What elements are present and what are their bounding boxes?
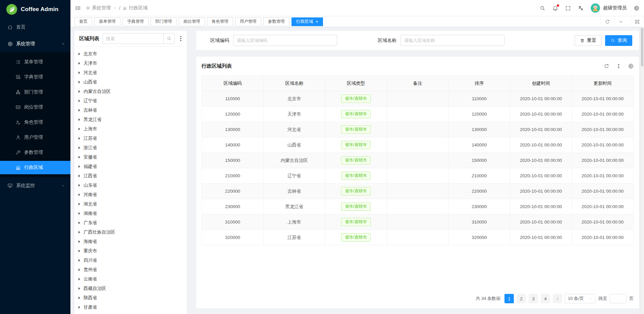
refresh-icon[interactable] bbox=[600, 16, 614, 27]
menu-fold-icon[interactable] bbox=[75, 5, 81, 11]
caret-right-icon[interactable] bbox=[78, 165, 80, 168]
tree-search-input[interactable] bbox=[103, 34, 163, 44]
caret-right-icon[interactable] bbox=[78, 250, 80, 252]
tree-item[interactable]: 山东省 bbox=[76, 181, 187, 190]
tree-item[interactable]: 辽宁省 bbox=[76, 96, 187, 106]
translate-icon[interactable] bbox=[578, 5, 584, 11]
caret-right-icon[interactable] bbox=[78, 306, 80, 309]
sidebar-item-param-mgmt[interactable]: 参数管理 bbox=[0, 146, 70, 159]
caret-right-icon[interactable] bbox=[78, 53, 80, 55]
sidebar-item-system[interactable]: 系统管理 bbox=[0, 37, 70, 51]
tab[interactable]: 岗位管理 × bbox=[179, 17, 205, 26]
caret-right-icon[interactable] bbox=[78, 212, 80, 215]
tree-item[interactable]: 四川省 bbox=[76, 256, 187, 265]
column-settings-gear-icon[interactable] bbox=[628, 63, 634, 69]
sidebar-item-dept-mgmt[interactable]: 部门管理 bbox=[0, 85, 70, 99]
caret-right-icon[interactable] bbox=[78, 193, 80, 196]
search-icon[interactable] bbox=[540, 5, 545, 11]
tree-item[interactable]: 西藏自治区 bbox=[76, 284, 187, 293]
tab[interactable]: 行政区域 × bbox=[291, 17, 323, 26]
tree-search-button[interactable] bbox=[163, 34, 174, 44]
sidebar-item-admin-region[interactable]: 行政区域 bbox=[0, 161, 70, 174]
caret-right-icon[interactable] bbox=[78, 71, 80, 74]
row-density-icon[interactable] bbox=[616, 63, 622, 69]
notification-bell-icon[interactable] bbox=[552, 5, 558, 11]
tree-item[interactable]: 河北省 bbox=[76, 68, 187, 77]
tree-item[interactable]: 青海省 bbox=[76, 312, 187, 314]
tree-item[interactable]: 贵州省 bbox=[76, 265, 187, 274]
tree-item[interactable]: 上海市 bbox=[76, 124, 187, 134]
next-page-button[interactable] bbox=[553, 294, 562, 303]
tree-item[interactable]: 广东省 bbox=[76, 218, 187, 228]
tree-item[interactable]: 江苏省 bbox=[76, 134, 187, 143]
tree-item[interactable]: 安徽省 bbox=[76, 152, 187, 162]
caret-right-icon[interactable] bbox=[78, 278, 80, 280]
tree-item[interactable]: 内蒙古自治区 bbox=[76, 87, 187, 96]
refresh-icon[interactable] bbox=[604, 63, 609, 69]
tree-item[interactable]: 河南省 bbox=[76, 190, 187, 199]
tree-item[interactable]: 吉林省 bbox=[76, 106, 187, 115]
search-button[interactable]: 查询 bbox=[605, 35, 632, 46]
caret-right-icon[interactable] bbox=[78, 268, 80, 271]
tab[interactable]: 部门管理 × bbox=[151, 17, 177, 26]
tree-item[interactable]: 湖南省 bbox=[76, 209, 187, 218]
tree-item[interactable]: 福建省 bbox=[76, 162, 187, 171]
tree-item[interactable]: 北京市 bbox=[76, 49, 187, 59]
region-code-input[interactable] bbox=[233, 35, 337, 46]
caret-right-icon[interactable] bbox=[78, 62, 80, 65]
settings-gear-icon[interactable] bbox=[634, 5, 639, 11]
fullscreen-icon[interactable] bbox=[565, 5, 571, 11]
jump-page-input[interactable] bbox=[610, 294, 627, 303]
caret-right-icon[interactable] bbox=[78, 259, 80, 262]
page-number-button[interactable]: 2 bbox=[517, 294, 526, 303]
reset-button[interactable]: 重置 bbox=[575, 35, 602, 46]
caret-right-icon[interactable] bbox=[78, 287, 80, 290]
sidebar-item-post-mgmt[interactable]: 岗位管理 bbox=[0, 101, 70, 114]
tree-item[interactable]: 湖北省 bbox=[76, 199, 187, 209]
tab[interactable]: 首页 × bbox=[74, 17, 92, 26]
sidebar-item-monitor[interactable]: 系统监控 bbox=[0, 179, 70, 192]
sidebar-item-dict-mgmt[interactable]: 字典管理 bbox=[0, 70, 70, 84]
page-number-button[interactable]: 1 bbox=[504, 294, 514, 303]
caret-right-icon[interactable] bbox=[78, 175, 80, 177]
tab[interactable]: 用户管理 × bbox=[235, 17, 261, 26]
tree-more-menu-icon[interactable] bbox=[178, 36, 183, 41]
caret-right-icon[interactable] bbox=[78, 240, 80, 243]
caret-right-icon[interactable] bbox=[78, 109, 80, 112]
page-size-select[interactable]: 10 条/页 bbox=[565, 294, 596, 303]
caret-right-icon[interactable] bbox=[78, 222, 80, 224]
tree-item[interactable]: 江西省 bbox=[76, 171, 187, 181]
user-menu[interactable]: 超级管理员 bbox=[591, 3, 627, 13]
caret-right-icon[interactable] bbox=[78, 81, 80, 83]
caret-right-icon[interactable] bbox=[78, 137, 80, 140]
sidebar-item-menu-mgmt[interactable]: 菜单管理 bbox=[0, 55, 70, 69]
region-name-input[interactable] bbox=[400, 35, 504, 46]
caret-right-icon[interactable] bbox=[78, 156, 80, 159]
breadcrumb-parent[interactable]: 系统管理 bbox=[86, 5, 117, 11]
tree-item[interactable]: 天津市 bbox=[76, 59, 187, 68]
tree-item[interactable]: 重庆市 bbox=[76, 246, 187, 256]
page-scrollbar[interactable] bbox=[640, 27, 644, 314]
caret-right-icon[interactable] bbox=[78, 297, 80, 299]
tree-item[interactable]: 山西省 bbox=[76, 77, 187, 87]
app-logo[interactable]: Coffee Admin bbox=[0, 0, 70, 19]
caret-right-icon[interactable] bbox=[78, 100, 80, 102]
tab[interactable]: 参数管理 × bbox=[263, 17, 289, 26]
tab[interactable]: 字典管理 × bbox=[122, 17, 149, 26]
caret-right-icon[interactable] bbox=[78, 90, 80, 93]
tree-item[interactable]: 浙江省 bbox=[76, 143, 187, 152]
content-fullscreen-icon[interactable] bbox=[631, 16, 644, 27]
tab-options-chevron-icon[interactable] bbox=[614, 16, 627, 27]
tree-item[interactable]: 甘肃省 bbox=[76, 303, 187, 312]
page-number-button[interactable]: 3 bbox=[529, 294, 538, 303]
caret-right-icon[interactable] bbox=[78, 203, 80, 205]
caret-right-icon[interactable] bbox=[78, 118, 80, 121]
caret-right-icon[interactable] bbox=[78, 184, 80, 187]
tree-item[interactable]: 广西壮族自治区 bbox=[76, 228, 187, 237]
sidebar-item-role-mgmt[interactable]: 角色管理 bbox=[0, 116, 70, 129]
tree-item[interactable]: 海南省 bbox=[76, 237, 187, 246]
caret-right-icon[interactable] bbox=[78, 146, 80, 149]
tree-item[interactable]: 黑龙江省 bbox=[76, 115, 187, 124]
tab-close-icon[interactable]: × bbox=[316, 19, 318, 24]
tab[interactable]: 菜单管理 × bbox=[94, 17, 120, 26]
